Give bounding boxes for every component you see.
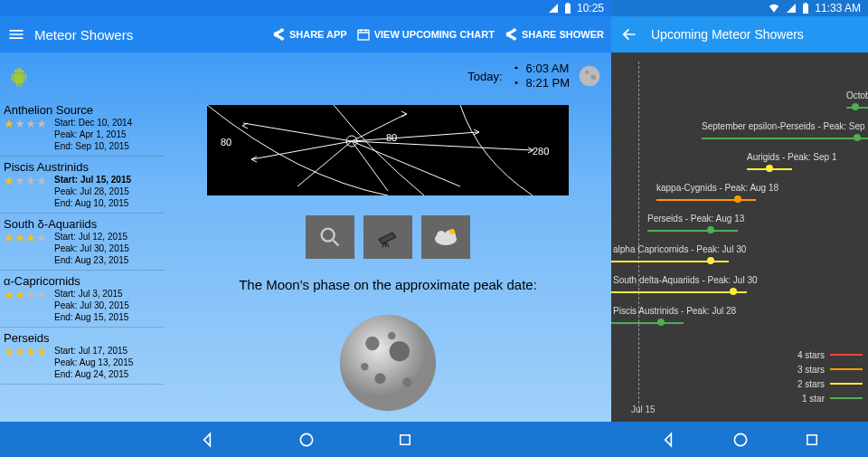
recent-button[interactable] bbox=[397, 432, 413, 448]
weather-button[interactable] bbox=[421, 215, 470, 259]
signal-icon bbox=[786, 3, 797, 14]
svg-point-21 bbox=[300, 433, 312, 445]
recent-button[interactable] bbox=[804, 432, 820, 448]
svg-point-1 bbox=[580, 66, 599, 86]
menu-icon[interactable] bbox=[7, 25, 25, 43]
svg-point-15 bbox=[365, 337, 379, 350]
list-item[interactable]: South δ-Aquariids Start: Jul 12, 2015Pea… bbox=[0, 214, 165, 271]
svg-text:80: 80 bbox=[221, 137, 231, 148]
chart-series: Aurigids - Peak: Sep 1 bbox=[611, 150, 868, 177]
today-label: Today: bbox=[467, 70, 502, 83]
shower-name: Anthelion Source bbox=[4, 103, 159, 117]
shower-name: α-Capricornids bbox=[4, 274, 159, 288]
status-bar: 10:25 bbox=[0, 0, 611, 16]
star-rating bbox=[4, 233, 47, 243]
svg-point-23 bbox=[734, 433, 746, 445]
status-bar: 11:33 AM bbox=[611, 0, 868, 16]
chart-series: Piscis Austrinids - Peak: Jul 28 bbox=[611, 304, 868, 331]
view-chart-button[interactable]: VIEW UPCOMING CHART bbox=[356, 27, 495, 42]
share-icon bbox=[271, 27, 286, 42]
svg-point-13 bbox=[449, 229, 455, 234]
svg-point-16 bbox=[390, 341, 410, 361]
chart-series: kappa-Cygnids - Peak: Aug 18 bbox=[611, 181, 868, 208]
shower-dates: Start: Jul 15, 2015Peak: Jul 28, 2015End… bbox=[54, 174, 131, 209]
x-axis-label: Jul 15 bbox=[631, 405, 656, 414]
list-item[interactable]: Perseids Start: Jul 17, 2015Peak: Aug 13… bbox=[0, 328, 165, 385]
svg-point-3 bbox=[590, 75, 596, 81]
home-button[interactable] bbox=[297, 431, 316, 449]
shower-name: Piscis Austrinids bbox=[4, 160, 159, 174]
legend-item: 3 stars bbox=[797, 362, 863, 376]
svg-text:280: 280 bbox=[533, 146, 549, 157]
telescope-button[interactable] bbox=[363, 215, 412, 259]
svg-point-20 bbox=[388, 332, 396, 340]
svg-point-2 bbox=[585, 71, 589, 74]
chart-series: September epsilon-Perseids - Peak: Sep 9 bbox=[611, 119, 868, 147]
chart-series: October-Camelopardalids bbox=[611, 89, 868, 116]
chart-series: Perseids - Peak: Aug 13 bbox=[611, 212, 868, 239]
svg-point-18 bbox=[402, 377, 411, 386]
app-bar: Meteor Showers SHARE APP VIEW UPCOMING C… bbox=[0, 16, 611, 52]
sunrise-icon bbox=[510, 64, 523, 73]
moon-phase-text: The Moon's phase on the approximate peak… bbox=[239, 277, 537, 292]
legend-item: 2 stars bbox=[797, 376, 863, 391]
share-icon bbox=[504, 27, 518, 42]
signal-icon bbox=[548, 3, 559, 14]
home-button[interactable] bbox=[731, 431, 750, 449]
star-rating bbox=[4, 290, 47, 300]
back-button[interactable] bbox=[198, 431, 216, 449]
calendar-icon bbox=[356, 27, 371, 42]
shower-dates: Start: Jul 3, 2015Peak: Jul 30, 2015End:… bbox=[54, 288, 129, 323]
legend-item: 4 stars bbox=[797, 348, 863, 362]
star-rating bbox=[4, 119, 47, 129]
share-shower-button[interactable]: SHARE SHOWER bbox=[504, 27, 604, 42]
svg-rect-0 bbox=[358, 30, 369, 40]
back-button[interactable] bbox=[659, 431, 677, 449]
status-time: 11:33 AM bbox=[815, 2, 861, 14]
sunset-icon bbox=[510, 79, 523, 88]
chart-series: alpha Capricornids - Peak: Jul 30 bbox=[611, 243, 868, 270]
status-time: 10:25 bbox=[577, 2, 604, 14]
chart-series: South delta-Aquariids - Peak: Jul 30 bbox=[611, 273, 868, 300]
list-item[interactable]: Anthelion Source Start: Dec 10, 2014Peak… bbox=[0, 100, 165, 157]
app-title: Meteor Showers bbox=[34, 27, 133, 43]
system-nav-bar bbox=[0, 422, 611, 457]
shower-dates: Start: Jul 17, 2015Peak: Aug 13, 2015End… bbox=[54, 345, 133, 380]
svg-point-17 bbox=[374, 373, 385, 384]
svg-point-19 bbox=[361, 363, 369, 371]
moon-thumbnail-icon bbox=[577, 63, 602, 89]
list-item[interactable]: α-Capricornids Start: Jul 3, 2015Peak: J… bbox=[0, 271, 165, 328]
svg-rect-24 bbox=[807, 434, 817, 444]
sky-chart[interactable]: 80 80 280 bbox=[207, 105, 569, 195]
wifi-icon bbox=[768, 3, 780, 14]
shower-dates: Start: Dec 10, 2014Peak: Apr 1, 2015End:… bbox=[54, 117, 132, 152]
star-rating bbox=[4, 347, 47, 357]
telescope-icon bbox=[374, 224, 401, 251]
battery-icon bbox=[802, 3, 809, 14]
shower-name: South δ-Aquariids bbox=[4, 217, 159, 231]
battery-icon bbox=[564, 3, 571, 14]
svg-rect-22 bbox=[401, 434, 410, 444]
back-icon[interactable] bbox=[620, 25, 638, 43]
app-bar: Upcoming Meteor Showers bbox=[611, 16, 868, 52]
page-title: Upcoming Meteor Showers bbox=[651, 27, 804, 42]
shower-list[interactable]: Anthelion Source Start: Dec 10, 2014Peak… bbox=[0, 100, 165, 422]
today-row: Today: 6:03 AM 8:21 PM bbox=[0, 52, 611, 100]
svg-text:80: 80 bbox=[386, 132, 397, 143]
share-app-button[interactable]: SHARE APP bbox=[271, 27, 347, 42]
svg-point-14 bbox=[340, 315, 436, 411]
cloud-icon bbox=[432, 225, 459, 249]
system-nav-bar bbox=[611, 422, 868, 457]
legend-item: 1 star bbox=[797, 391, 863, 405]
search-icon bbox=[317, 224, 343, 250]
star-rating bbox=[4, 176, 47, 186]
search-button[interactable] bbox=[306, 215, 354, 259]
shower-name: Perseids bbox=[4, 331, 159, 345]
svg-point-11 bbox=[437, 231, 446, 240]
legend: 4 stars3 stars2 stars1 star bbox=[797, 348, 863, 405]
upcoming-chart[interactable]: Jul 15 4 stars3 stars2 stars1 star Octob… bbox=[611, 52, 868, 422]
svg-point-9 bbox=[322, 229, 335, 242]
moon-phase-image bbox=[329, 309, 447, 421]
list-item[interactable]: Piscis Austrinids Start: Jul 15, 2015Pea… bbox=[0, 157, 165, 214]
android-icon bbox=[9, 65, 29, 89]
